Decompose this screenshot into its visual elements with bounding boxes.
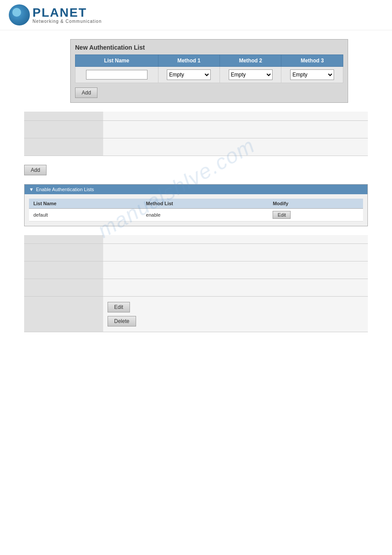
new-auth-title: New Authentication List	[75, 44, 343, 51]
enable-row-list-name: default	[29, 208, 142, 221]
standalone-add-wrapper: Add	[24, 165, 368, 175]
info-header-col2	[103, 112, 368, 120]
logo-subtitle-text: Networking & Communication	[32, 19, 102, 24]
bottom-header-col1	[24, 235, 103, 244]
bottom-delete-button[interactable]: Delete	[108, 316, 136, 326]
bottom-row2-label	[24, 261, 103, 279]
standalone-add-button[interactable]: Add	[24, 165, 47, 175]
logo-text: PLANET Networking & Communication	[32, 7, 102, 24]
bottom-row3-value	[103, 279, 368, 297]
bottom-info-table-wrapper: Edit Delete	[24, 235, 368, 333]
bottom-row3-label	[24, 279, 103, 297]
method1-select[interactable]: Empty local radius tacacs+ enable none	[167, 69, 211, 80]
col-method1: Method 1	[158, 55, 219, 67]
col-method3: Method 3	[281, 55, 343, 67]
enable-auth-title: Enable Authentication Lists	[36, 187, 94, 192]
enable-col-method-list: Method List	[142, 199, 269, 209]
col-list-name: List Name	[76, 55, 158, 67]
new-auth-table: List Name Method 1 Method 2 Method 3 Emp…	[75, 54, 343, 83]
info-row1-label	[24, 120, 103, 138]
method2-select[interactable]: Empty local radius tacacs+ enable none	[229, 69, 273, 80]
table-row: default enable Edit	[29, 208, 363, 221]
logo-icon	[9, 4, 30, 25]
bottom-row4-actions: Edit Delete	[103, 297, 368, 332]
bottom-row4-label	[24, 297, 103, 332]
enable-edit-button[interactable]: Edit	[273, 211, 291, 219]
logo-planet-text: PLANET	[32, 7, 102, 19]
enable-row-method-list: enable	[142, 208, 269, 221]
info-header-col1	[24, 112, 103, 120]
info-row2-label	[24, 138, 103, 156]
bottom-row1-label	[24, 244, 103, 261]
new-auth-add-button[interactable]: Add	[75, 87, 97, 98]
page-header: PLANET Networking & Communication	[0, 0, 392, 30]
enable-row-modify: Edit	[268, 208, 363, 221]
info-table	[24, 112, 368, 156]
method3-select[interactable]: Empty local radius tacacs+ enable none	[290, 69, 334, 80]
bottom-row1-value	[103, 244, 368, 261]
new-auth-panel: New Authentication List List Name Method…	[70, 39, 348, 103]
enable-auth-body: List Name Method List Modify default ena…	[25, 194, 367, 226]
enable-col-list-name: List Name	[29, 199, 142, 209]
enable-auth-table: List Name Method List Modify default ena…	[29, 199, 363, 221]
enable-auth-arrow-icon: ▼	[29, 187, 34, 192]
info-row1-value	[103, 120, 368, 138]
logo-area: PLANET Networking & Communication	[9, 4, 383, 25]
bottom-edit-button[interactable]: Edit	[108, 302, 130, 312]
info-table-wrapper	[24, 112, 368, 156]
list-name-input[interactable]	[86, 70, 147, 80]
enable-auth-header: ▼ Enable Authentication Lists	[25, 185, 367, 194]
col-method2: Method 2	[220, 55, 281, 67]
enable-auth-panel: ▼ Enable Authentication Lists List Name …	[24, 184, 368, 226]
bottom-info-table: Edit Delete	[24, 235, 368, 333]
bottom-header-col2	[103, 235, 368, 244]
enable-col-modify: Modify	[268, 199, 363, 209]
info-row2-value	[103, 138, 368, 156]
bottom-row2-value	[103, 261, 368, 279]
